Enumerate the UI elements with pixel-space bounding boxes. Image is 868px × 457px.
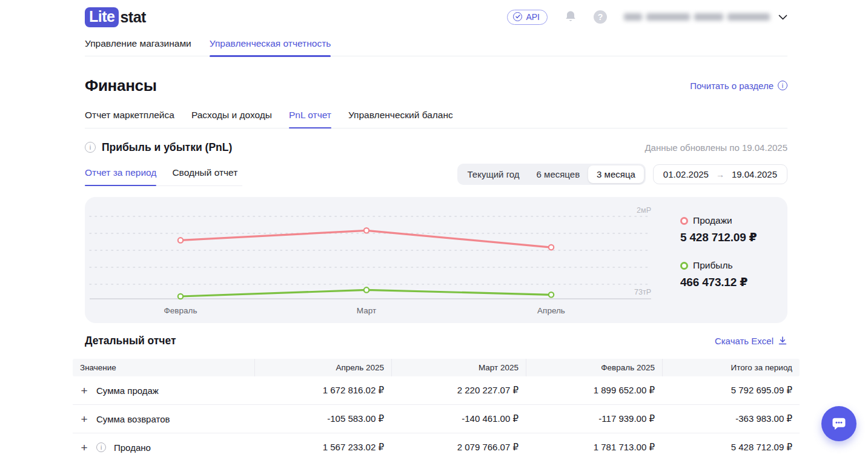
logo-stat: stat — [120, 8, 145, 26]
page-title-row: Финансы Почитать о разделе i — [85, 74, 787, 97]
row-value-cell: -117 939.00 ₽ — [526, 413, 662, 424]
date-range-picker[interactable]: 01.02.2025 → 19.04.2025 — [653, 164, 787, 184]
pnl-info-icon[interactable]: i — [85, 142, 96, 153]
nav-tab-0[interactable]: Управление магазинами — [85, 35, 191, 56]
expand-row-button[interactable]: + — [80, 385, 88, 396]
legend-series-value: 5 428 712.09 ₽ — [680, 230, 757, 244]
top-nav-tabs: Управление магазинамиУправленческая отче… — [85, 35, 787, 56]
legend-ring-icon — [680, 217, 688, 225]
app-header: Lite stat API ? — [85, 0, 787, 34]
header-actions: API ? — [507, 10, 787, 25]
row-label: Продано — [114, 442, 151, 453]
section-tab-1[interactable]: Расходы и доходы — [191, 108, 272, 128]
finance-section-tabs: Отчет маркетплейсаРасходы и доходыPnL от… — [85, 108, 787, 128]
date-to: 19.04.2025 — [732, 169, 777, 179]
table-row[interactable]: +Сумма возвратов-105 583.00 ₽-140 461.00… — [73, 405, 800, 433]
data-updated-text: Данные обновлены по 19.04.2025 — [644, 142, 787, 153]
chat-bubble-icon — [830, 415, 847, 432]
row-value-cell: 2 079 766.07 ₽ — [391, 442, 526, 453]
table-col-header-0: Значение — [73, 363, 254, 372]
chart-legend: Продажи5 428 712.09 ₽Прибыль466 473.12 ₽ — [680, 215, 757, 305]
point-series-0-0 — [178, 238, 183, 242]
row-info-icon[interactable]: i — [96, 442, 106, 452]
section-tab-3[interactable]: Управленческий баланс — [348, 108, 453, 128]
table-col-header-2: Март 2025 — [391, 359, 526, 376]
row-value-cell: -105 583.00 ₽ — [254, 413, 391, 424]
legend-series-label: Продажи — [693, 215, 732, 226]
section-tab-0[interactable]: Отчет маркетплейса — [85, 108, 174, 128]
period-segmented-control: Текущий год6 месяцев3 месяца — [457, 164, 646, 185]
y-axis-label-top: 2мР — [637, 206, 651, 215]
row-value-cell: 1 672 816.02 ₽ — [254, 385, 391, 396]
info-icon: i — [778, 81, 787, 90]
detail-report-title: Детальный отчет — [85, 335, 176, 347]
row-value-cell: 5 792 695.09 ₽ — [662, 385, 800, 396]
period-option-1[interactable]: 6 месяцев — [528, 165, 589, 183]
account-menu[interactable] — [624, 13, 787, 21]
row-label-cell: +Сумма продаж — [73, 385, 254, 396]
about-section-label: Почитать о разделе — [690, 81, 774, 91]
chat-support-button[interactable] — [821, 406, 856, 441]
expand-row-button[interactable]: + — [80, 413, 88, 425]
section-tab-2[interactable]: PnL отчет — [289, 108, 331, 128]
x-axis-label-2: Апрель — [537, 306, 565, 315]
user-name-redacted — [624, 13, 770, 21]
row-label-cell: +Сумма возвратов — [73, 413, 254, 425]
pnl-header-row: i Прибыль и убытки (PnL) Данные обновлен… — [85, 139, 787, 155]
row-label: Сумма продаж — [96, 385, 159, 396]
pnl-chart-card: 2мР73тРФевральМартАпрель Продажи5 428 71… — [85, 197, 787, 323]
y-axis-label-bottom: 73тР — [634, 288, 651, 296]
legend-series-value: 466 473.12 ₽ — [680, 275, 757, 289]
about-section-link[interactable]: Почитать о разделе i — [690, 81, 787, 91]
legend-ring-icon — [680, 262, 688, 270]
legend-series-label: Прибыль — [693, 260, 733, 271]
download-excel-label: Скачать Excel — [715, 336, 774, 346]
row-value-cell: -140 461.00 ₽ — [391, 413, 526, 424]
period-option-2[interactable]: 3 месяца — [588, 165, 644, 183]
table-col-header-4: Итого за период — [662, 359, 800, 376]
table-row[interactable]: +Сумма продаж1 672 816.02 ₽2 220 227.07 … — [73, 376, 800, 405]
row-value-cell: -363 983.00 ₽ — [662, 413, 800, 424]
row-label-cell: +iПродано — [73, 442, 254, 453]
check-circle-icon — [513, 12, 522, 21]
date-from: 01.02.2025 — [663, 169, 709, 179]
nav-tab-1[interactable]: Управленческая отчетность — [210, 35, 331, 56]
point-series-1-0 — [178, 294, 183, 299]
table-col-header-3: Февраль 2025 — [526, 359, 662, 376]
legend-series-name: Прибыль — [680, 260, 757, 271]
legend-item-1: Прибыль466 473.12 ₽ — [680, 260, 757, 289]
legend-item-0: Продажи5 428 712.09 ₽ — [680, 215, 757, 244]
api-badge[interactable]: API — [507, 10, 548, 25]
row-value-cell: 2 220 227.07 ₽ — [391, 385, 526, 396]
point-series-1-2 — [549, 292, 554, 297]
point-series-0-2 — [549, 245, 554, 250]
x-axis-label-1: Март — [357, 306, 376, 315]
pnl-title: Прибыль и убытки (PnL) — [102, 141, 232, 154]
help-icon[interactable]: ? — [594, 10, 607, 24]
table-row[interactable]: +iПродано1 567 233.02 ₽2 079 766.07 ₽1 7… — [73, 433, 800, 457]
logo-lite: Lite — [85, 7, 119, 27]
point-series-1-1 — [364, 287, 369, 292]
bell-icon[interactable] — [565, 10, 577, 24]
expand-row-button[interactable]: + — [80, 442, 88, 453]
download-excel-link[interactable]: Скачать Excel — [715, 336, 787, 346]
page-title: Финансы — [85, 76, 157, 95]
legend-series-name: Продажи — [680, 215, 757, 226]
detail-report-table: ЗначениеАпрель 2025Март 2025Февраль 2025… — [73, 359, 800, 457]
detail-header-row: Детальный отчет Скачать Excel — [85, 333, 787, 348]
view-tab-0[interactable]: Отчет за период — [85, 167, 156, 185]
table-header-row: ЗначениеАпрель 2025Март 2025Февраль 2025… — [73, 359, 800, 376]
row-value-cell: 1 899 652.00 ₽ — [526, 385, 662, 396]
chevron-down-icon — [778, 15, 787, 20]
x-axis-label-0: Февраль — [164, 306, 197, 315]
row-value-cell: 1 567 233.02 ₽ — [254, 442, 391, 453]
period-option-0[interactable]: Текущий год — [459, 165, 528, 183]
table-col-header-1: Апрель 2025 — [254, 359, 391, 376]
row-label: Сумма возвратов — [96, 414, 170, 424]
api-badge-label: API — [526, 12, 540, 22]
arrow-right-icon: → — [716, 170, 724, 179]
row-value-cell: 5 428 712.09 ₽ — [662, 442, 800, 453]
report-controls-row: Отчет за периодСводный отчет Текущий год… — [85, 164, 787, 188]
app-logo[interactable]: Lite stat — [85, 7, 146, 27]
view-tab-1[interactable]: Сводный отчет — [172, 167, 237, 185]
